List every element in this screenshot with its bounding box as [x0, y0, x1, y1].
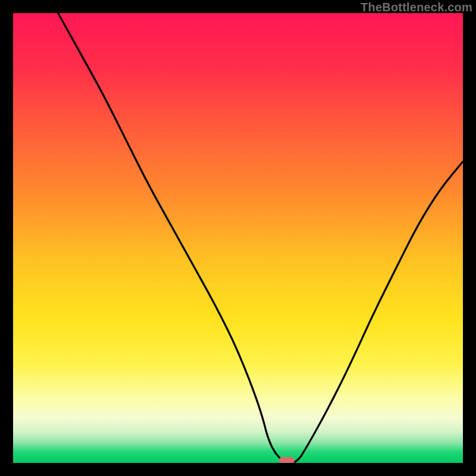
background-gradient: [13, 13, 463, 463]
chart-frame: TheBottleneck.com: [0, 0, 476, 476]
optimal-marker: [279, 457, 295, 463]
plot-area: [13, 13, 463, 463]
watermark-text: TheBottleneck.com: [361, 1, 472, 14]
